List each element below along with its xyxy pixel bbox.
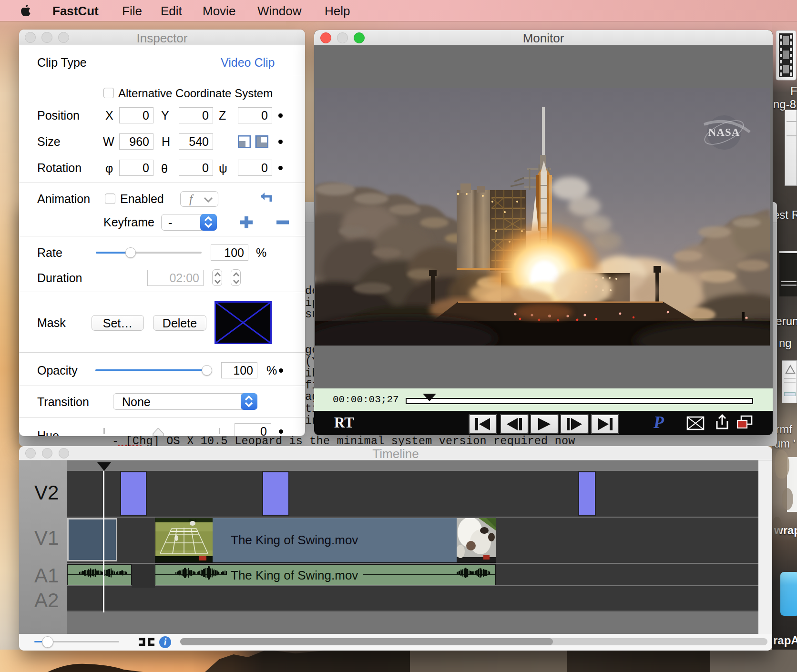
svg-text:NASA: NASA bbox=[708, 126, 740, 138]
